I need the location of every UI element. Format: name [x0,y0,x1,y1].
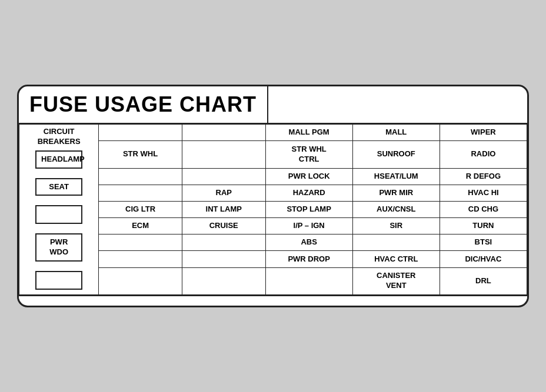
fuse-table: CIRCUITBREAKERS HEADLAMP SEAT PWR WDO MA… [19,124,527,295]
cell-r5c4: I/P – IGN [265,218,352,234]
cell-r2c5: HSEAT/LUM [352,168,440,185]
cell-r7c3 [182,251,265,267]
title-spacer [268,86,527,123]
cell-r8c2 [99,267,182,295]
cell-r0c5: MALL [352,124,440,140]
pwr-wdo-breaker: PWR WDO [35,233,82,262]
cell-r0c6: WIPER [440,124,527,140]
cell-r1c2: STR WHL [99,141,182,169]
cell-r7c6: DIC/HVAC [440,251,527,267]
cell-r6c3 [182,234,265,251]
cell-r6c5 [352,234,440,251]
cell-r0c3 [182,124,265,140]
cell-r6c2 [99,234,182,251]
cell-r4c5: AUX/CNSL [352,201,440,217]
cell-r1c5: SUNROOF [352,141,440,169]
circuit-breakers-cell: CIRCUITBREAKERS HEADLAMP SEAT PWR WDO [19,124,99,294]
empty-breaker-2 [35,271,82,290]
cell-r0c4: MALL PGM [265,124,352,140]
cell-r7c5: HVAC CTRL [352,251,440,267]
cell-r3c3: RAP [182,185,265,201]
cell-r1c3 [182,141,265,169]
cell-r2c2 [99,168,182,185]
circuit-breakers-label: CIRCUITBREAKERS [22,127,95,147]
cell-r7c2 [99,251,182,267]
cell-r3c5: PWR MIR [352,185,440,201]
fuse-chart-container: FUSE USAGE CHART CIRCUITBREAKERS HEADLAM… [17,85,529,307]
cell-r7c4: PWR DROP [265,251,352,267]
cell-r2c6: R DEFOG [440,168,527,185]
cell-r4c4: STOP LAMP [265,201,352,217]
cell-r5c2: ECM [99,218,182,234]
table-row: CIRCUITBREAKERS HEADLAMP SEAT PWR WDO MA… [19,124,527,140]
cell-r4c3: INT LAMP [182,201,265,217]
cell-r2c4: PWR LOCK [265,168,352,185]
cell-r1c6: RADIO [440,141,527,169]
cell-r4c6: CD CHG [440,201,527,217]
cell-r8c5: CANISTERVENT [352,267,440,295]
cell-r6c6: BTSI [440,234,527,251]
cell-r5c6: TURN [440,218,527,234]
cell-r8c3 [182,267,265,295]
cell-r3c6: HVAC HI [440,185,527,201]
title-row: FUSE USAGE CHART [19,86,527,124]
seat-breaker: SEAT [35,178,82,196]
cell-r1c4: STR WHLCTRL [265,141,352,169]
chart-title: FUSE USAGE CHART [19,86,268,123]
cell-r8c4 [265,267,352,295]
headlamp-breaker: HEADLAMP [35,150,82,169]
cell-r2c3 [182,168,265,185]
cell-r8c6: DRL [440,267,527,295]
cell-r6c4: ABS [265,234,352,251]
cell-r5c3: CRUISE [182,218,265,234]
cell-r4c2: CIG LTR [99,201,182,217]
cell-r3c2 [99,185,182,201]
cell-r5c5: SIR [352,218,440,234]
cell-r3c4: HAZARD [265,185,352,201]
cell-r0c2 [99,124,182,140]
bottom-spacer [19,295,527,306]
empty-breaker-1 [35,205,82,224]
